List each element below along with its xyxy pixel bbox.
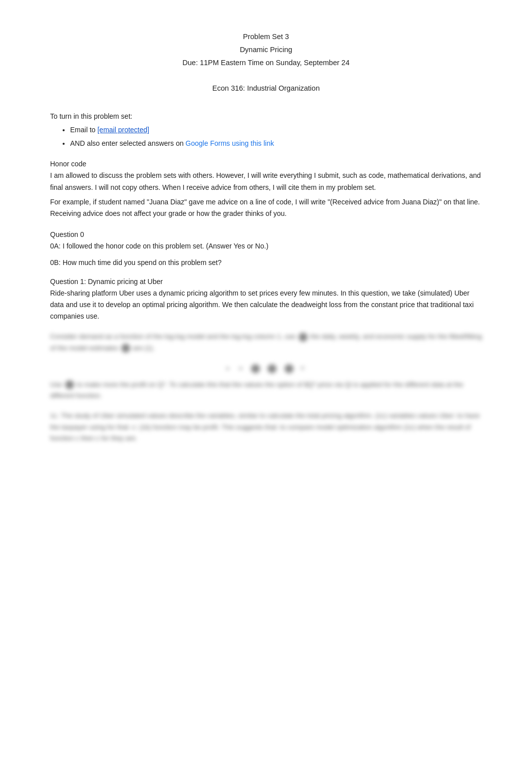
google-forms-prefix: AND also enter selected answers on xyxy=(70,139,185,147)
question1-label: Question 1: Dynamic pricing at Uber xyxy=(50,278,482,286)
header-line1: Problem Set 3 xyxy=(50,30,482,43)
blurred-icon-2 xyxy=(121,344,130,353)
header-line2: Dynamic Pricing xyxy=(50,43,482,56)
blurred-section: Consider demand as a function of the log… xyxy=(50,331,482,444)
blurred-b3-p: 1c. The study of Uber simulated values d… xyxy=(50,410,482,444)
blurred-equation: ▪ + = xyxy=(50,363,482,374)
blurred-block-2: Use to make more the profit on Q*. To ca… xyxy=(50,379,482,402)
email-link[interactable]: [email protected] xyxy=(97,126,149,134)
turn-in-label: To turn in this problem set: xyxy=(50,112,482,120)
bullet-google-forms: AND also enter selected answers on Googl… xyxy=(70,137,482,150)
bullet-list: Email to [email protected] AND also ente… xyxy=(50,123,482,150)
blurred-icon-eq1 xyxy=(251,364,260,373)
google-forms-link[interactable]: Google Forms using this link xyxy=(185,139,274,147)
email-prefix: Email to xyxy=(70,126,97,134)
blurred-icon-eq3 xyxy=(285,364,294,373)
question0-section: Question 0 0A: I followed the honor code… xyxy=(50,230,482,269)
bullet-email: Email to [email protected] xyxy=(70,123,482,137)
question0-label: Question 0 xyxy=(50,230,482,238)
blurred-b1-l1: Consider demand as a function of the log… xyxy=(50,331,482,354)
honor-code-section: Honor code I am allowed to discuss the p… xyxy=(50,160,482,219)
honor-code-body1: I am allowed to discuss the problem sets… xyxy=(50,170,482,193)
course-title: Econ 316: Industrial Organization xyxy=(50,84,482,92)
blurred-b2-p: Use to make more the profit on Q*. To ca… xyxy=(50,379,482,402)
question0-q0b: 0B: How much time did you spend on this … xyxy=(50,257,482,269)
blurred-icon-3 xyxy=(65,380,74,389)
page: Problem Set 3 Dynamic Pricing Due: 11PM … xyxy=(0,0,532,782)
header: Problem Set 3 Dynamic Pricing Due: 11PM … xyxy=(50,30,482,69)
honor-code-label: Honor code xyxy=(50,160,482,168)
blurred-block-3: 1c. The study of Uber simulated values d… xyxy=(50,410,482,444)
blurred-icon-eq2 xyxy=(268,364,277,373)
question1-section: Question 1: Dynamic pricing at Uber Ride… xyxy=(50,278,482,322)
blurred-block-1: Consider demand as a function of the log… xyxy=(50,331,482,354)
header-line3: Due: 11PM Eastern Time on Sunday, Septem… xyxy=(50,56,482,69)
question1-body: Ride-sharing platform Uber uses a dynami… xyxy=(50,288,482,322)
blurred-icon-1 xyxy=(299,333,308,342)
question0-q0a: 0A: I followed the honor code on this pr… xyxy=(50,240,482,252)
turn-in-section: To turn in this problem set: Email to [e… xyxy=(50,112,482,150)
honor-code-body2: For example, if student named "Juana Dia… xyxy=(50,196,482,219)
